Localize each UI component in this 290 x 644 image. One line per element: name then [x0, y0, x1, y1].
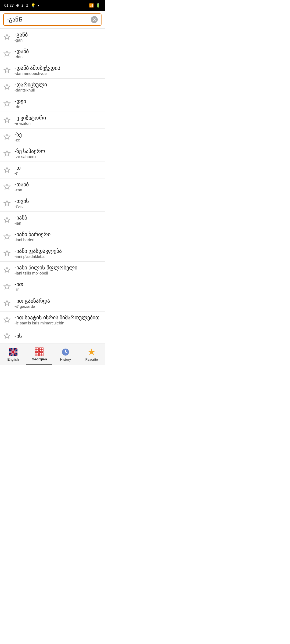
star-icon[interactable] [3, 150, 11, 157]
info-icon: ℹ [21, 3, 23, 8]
wifi-icon: 📶 [89, 3, 94, 8]
nav-item-history[interactable]: History [52, 344, 79, 365]
star-icon[interactable] [3, 216, 11, 224]
word-latin: -iani barieri [15, 237, 50, 242]
svg-marker-15 [4, 283, 10, 289]
star-icon[interactable] [3, 100, 11, 107]
list-item[interactable]: -იანი ბარიერი-iani barieri [0, 228, 105, 245]
star-icon[interactable] [3, 50, 11, 57]
star-icon[interactable] [3, 299, 11, 307]
svg-marker-0 [4, 34, 10, 39]
word-latin: -t' [15, 171, 21, 175]
word-georgian: -თ [15, 164, 21, 171]
list-item[interactable]: -ით-it' [0, 278, 105, 295]
nav-label-favorite: Favorite [85, 357, 98, 361]
nav-label-history: History [60, 357, 71, 361]
nav-item-georgian[interactable]: Georgian [26, 344, 53, 365]
star-icon[interactable] [3, 67, 11, 74]
svg-marker-11 [4, 217, 10, 222]
svg-marker-12 [4, 233, 10, 239]
nav-label-georgian: Georgian [32, 357, 47, 361]
word-latin: -iani p'asdakleba [15, 254, 62, 259]
word-latin: -ze sahaero [15, 154, 45, 159]
star-icon[interactable] [3, 133, 11, 141]
list-item[interactable]: -ით გაიზარდა-it' gaizarda [0, 295, 105, 312]
star-icon[interactable] [3, 183, 11, 191]
svg-marker-8 [4, 167, 10, 173]
star-icon[interactable] [3, 250, 11, 257]
list-item[interactable]: -ზე-ze [0, 129, 105, 145]
word-latin: -dan amobechvdis [15, 71, 60, 76]
list-item[interactable]: -განბ-gan [0, 29, 105, 45]
svg-marker-5 [4, 117, 10, 123]
word-latin: -de [15, 104, 26, 109]
list-item[interactable]: -დეი-de [0, 95, 105, 112]
svg-marker-14 [4, 267, 10, 272]
word-latin: -iani tsilis mp'lobeli [15, 271, 77, 275]
word-georgian: -დარიცხული [15, 81, 47, 88]
ge-flag-icon [35, 347, 44, 356]
word-georgian: -იანი წილის მფლობელი [15, 264, 77, 271]
word-georgian: -ზე საჰაერო [15, 148, 45, 154]
clear-button[interactable]: ✕ [91, 16, 98, 23]
time-label: 01:27 [4, 3, 14, 8]
settings-icon: ⚙ [16, 3, 19, 8]
list-item[interactable]: -დარიცხული-darits'khuli [0, 79, 105, 95]
star-icon[interactable] [3, 233, 11, 240]
list-item[interactable]: -დანბ ამობეჭვდის-dan amobechvdis [0, 62, 105, 79]
star-icon[interactable] [3, 33, 11, 41]
list-item[interactable]: -იანი წილის მფლობელი-iani tsilis mp'lobe… [0, 262, 105, 278]
list-item[interactable]: -დანბ-dan [0, 45, 105, 62]
star-icon[interactable] [3, 200, 11, 207]
word-list-wrapper: -განბ-gan-დანბ-dan-დანბ ამობეჭვდის-dan a… [0, 29, 105, 344]
word-latin: -t'an [15, 188, 29, 192]
list-item[interactable]: -თვის-t'vis [0, 195, 105, 212]
star-icon[interactable] [3, 116, 11, 124]
star-filled-icon [87, 348, 96, 356]
list-item[interactable]: -ზე საჰაერო-ze sahaero [0, 145, 105, 162]
nav-label-english: English [7, 357, 19, 361]
word-georgian: -დანბ ამობეჭვდის [15, 65, 60, 71]
list-item[interactable]: -თ-t' [0, 162, 105, 178]
word-georgian: -დანბ [15, 48, 29, 54]
list-item[interactable]: -იანბ-ian [0, 212, 105, 228]
bottom-nav: English Georgian H [0, 344, 105, 365]
svg-marker-6 [4, 134, 10, 139]
nav-item-favorite[interactable]: Favorite [79, 344, 105, 365]
star-icon[interactable] [3, 316, 11, 324]
search-box: ✕ [3, 13, 102, 26]
search-input[interactable] [7, 16, 91, 23]
word-georgian: -იანი ბარიერი [15, 231, 50, 237]
display-icon: 🖥 [25, 3, 29, 8]
svg-marker-17 [4, 317, 10, 322]
star-icon[interactable] [3, 166, 11, 174]
word-latin: -ian [15, 221, 27, 225]
word-georgian: -ზე [15, 131, 22, 138]
list-item[interactable]: -ე ვიზიტორი-e vizitori [0, 112, 105, 129]
word-latin: -t'vis [15, 204, 29, 209]
word-latin: -it' [15, 287, 23, 292]
nav-item-english[interactable]: English [0, 344, 26, 365]
word-latin: -darits'khuli [15, 88, 47, 92]
uk-flag-icon [9, 348, 17, 356]
word-latin: -dan [15, 54, 29, 59]
battery-icon: 🔋 [96, 3, 100, 8]
word-georgian: -ის [15, 333, 22, 339]
list-item[interactable]: -იანი ფასდაკლება-iani p'asdakleba [0, 245, 105, 262]
svg-marker-4 [4, 100, 10, 106]
word-latin: -it' saat'is isris mimart'ulebit' [15, 321, 100, 325]
star-icon[interactable] [3, 283, 11, 290]
clock-icon [61, 348, 70, 356]
brightness-icon: 💡 [31, 3, 35, 8]
list-item[interactable]: -თანბ-t'an [0, 178, 105, 195]
star-icon[interactable] [3, 83, 11, 91]
svg-marker-13 [4, 250, 10, 256]
list-item[interactable]: -ით საატის ისრის მიმართულებით-it' saat'i… [0, 312, 105, 328]
word-georgian: -დეი [15, 98, 26, 104]
list-item[interactable]: -ის [0, 328, 105, 344]
search-container: ✕ [0, 11, 105, 29]
star-icon[interactable] [3, 266, 11, 274]
word-georgian: -განბ [15, 31, 28, 38]
svg-marker-16 [4, 300, 10, 306]
star-icon[interactable] [3, 332, 11, 340]
